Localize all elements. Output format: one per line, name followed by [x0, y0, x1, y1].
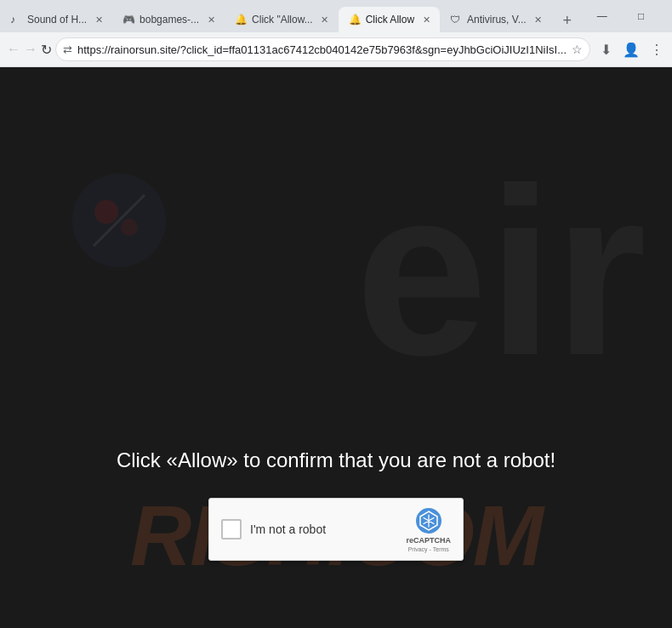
tab-bar: ♪ Sound of H... ✕ 🎮 bobgames-... ✕ 🔔 Cli… — [0, 0, 672, 32]
svg-point-0 — [72, 174, 166, 267]
main-captcha-text: Click «Allow» to confirm that you are no… — [117, 448, 555, 472]
watermark-bg-text: eir — [356, 152, 646, 391]
recaptcha-terms-link[interactable]: Terms — [433, 546, 449, 552]
svg-point-1 — [94, 200, 118, 224]
recaptcha-label: I'm not a robot — [250, 522, 397, 536]
tab-title-3: Click "Allow... — [252, 14, 313, 26]
tab-close-3[interactable]: ✕ — [318, 13, 332, 26]
svg-line-3 — [94, 195, 145, 246]
tab-title-5: Antivirus, V... — [467, 14, 527, 26]
download-button[interactable]: ⬇ — [594, 37, 618, 61]
profile-button[interactable]: 👤 — [619, 37, 643, 61]
tab-favicon-1: ♪ — [10, 14, 22, 26]
tab-click-allow-active[interactable]: 🔔 Click Allow ✕ — [339, 7, 440, 32]
security-icon: ⇄ — [63, 43, 72, 56]
recaptcha-links: Privacy - Terms — [408, 546, 449, 552]
tab-favicon-5: 🛡 — [450, 14, 462, 26]
bookmark-star-icon[interactable]: ☆ — [572, 43, 583, 56]
svg-point-2 — [121, 219, 138, 236]
address-bar[interactable]: ⇄ https://rainorsun.site/?click_id=ffa01… — [55, 37, 590, 61]
maximize-button[interactable]: □ — [622, 0, 661, 32]
recaptcha-privacy-link[interactable]: Privacy — [408, 546, 428, 552]
recaptcha-checkbox[interactable] — [221, 519, 242, 540]
tab-title-2: bobgames-... — [140, 14, 199, 26]
back-button[interactable]: ← — [7, 37, 20, 61]
new-tab-button[interactable]: + — [555, 9, 579, 32]
tab-close-1[interactable]: ✕ — [92, 13, 105, 26]
address-bar-row: ← → ↻ ⇄ https://rainorsun.site/?click_id… — [0, 32, 672, 66]
page-content: rish.com eir Click «Allow» to confirm th… — [0, 67, 672, 628]
tab-close-4[interactable]: ✕ — [419, 13, 433, 26]
recaptcha-logo-icon — [415, 507, 442, 534]
watermark-logo-icon — [68, 169, 170, 271]
tab-sound-of-h[interactable]: ♪ Sound of H... ✕ — [0, 7, 112, 32]
window-controls: — □ ✕ — [583, 0, 672, 32]
tab-close-5[interactable]: ✕ — [532, 13, 545, 26]
browser-chrome: ♪ Sound of H... ✕ 🎮 bobgames-... ✕ 🔔 Cli… — [0, 0, 672, 67]
toolbar-icons: ⬇ 👤 ⋮ — [594, 37, 669, 61]
tab-title-1: Sound of H... — [27, 14, 87, 26]
tab-close-2[interactable]: ✕ — [204, 13, 218, 26]
tab-bobgames[interactable]: 🎮 bobgames-... ✕ — [112, 7, 225, 32]
forward-button[interactable]: → — [24, 37, 37, 61]
recaptcha-logo-area: reCAPTCHA Privacy - Terms — [406, 507, 451, 552]
refresh-button[interactable]: ↻ — [41, 37, 52, 61]
tab-bar-inner: ♪ Sound of H... ✕ 🎮 bobgames-... ✕ 🔔 Cli… — [0, 5, 583, 32]
recaptcha-widget[interactable]: I'm not a robot reCAPTCHA Privacy - Term… — [208, 498, 464, 561]
tab-antivirus[interactable]: 🛡 Antivirus, V... ✕ — [440, 7, 552, 32]
close-button[interactable]: ✕ — [661, 0, 672, 32]
recaptcha-brand-name: reCAPTCHA — [406, 536, 451, 545]
address-text: https://rainorsun.site/?click_id=ffa0113… — [77, 43, 567, 56]
tab-title-4: Click Allow — [366, 14, 414, 26]
tab-favicon-3: 🔔 — [235, 14, 247, 26]
tab-favicon-4: 🔔 — [349, 14, 361, 26]
minimize-button[interactable]: — — [583, 0, 622, 32]
menu-button[interactable]: ⋮ — [645, 37, 669, 61]
tab-favicon-2: 🎮 — [122, 14, 134, 26]
tab-click-allow-inactive[interactable]: 🔔 Click "Allow... ✕ — [225, 7, 339, 32]
